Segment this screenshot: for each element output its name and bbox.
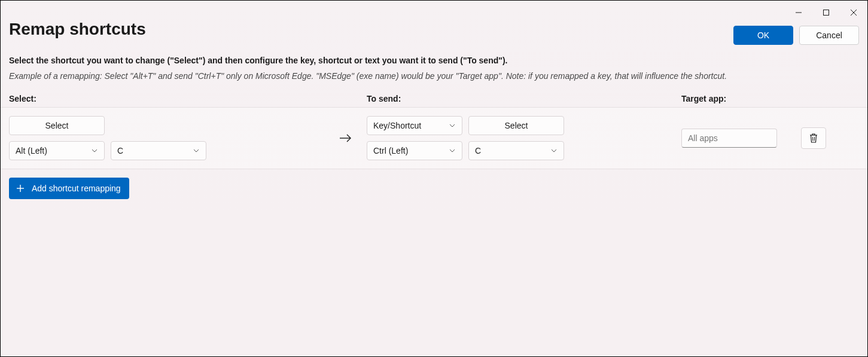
target-app-input[interactable] [681, 129, 777, 148]
maximize-button[interactable] [812, 5, 840, 20]
chevron-down-icon [550, 147, 558, 154]
select-shortcut-button[interactable]: Select [9, 116, 105, 135]
header-select: Select: [9, 94, 367, 103]
plus-icon [15, 183, 26, 194]
arrow-separator [325, 133, 367, 143]
action-buttons: OK Cancel [733, 26, 859, 45]
page-title: Remap shortcuts [9, 20, 859, 39]
instructions-text: Select the shortcut you want to change (… [9, 56, 859, 65]
select-key1-label: Alt (Left) [16, 146, 47, 155]
example-text: Example of a remapping: Select "Alt+T" a… [9, 71, 859, 81]
column-headers: Select: To send: Target app: [9, 94, 859, 107]
tosend-key2-label: C [475, 146, 481, 155]
delete-mapping-button[interactable] [801, 127, 826, 149]
tosend-key1-label: Ctrl (Left) [373, 146, 408, 155]
select-key2-dropdown[interactable]: C [111, 141, 206, 160]
close-icon [851, 10, 857, 16]
tosend-group: Key/Shortcut Select Ctrl (Left) [367, 116, 681, 160]
tosend-select-button[interactable]: Select [468, 116, 564, 135]
chevron-down-icon [91, 147, 98, 154]
maximize-icon [823, 10, 829, 16]
minimize-button[interactable] [785, 5, 812, 20]
tosend-select-label: Select [505, 121, 528, 130]
select-key1-dropdown[interactable]: Alt (Left) [9, 141, 105, 160]
header-target-app: Target app: [681, 94, 859, 103]
add-shortcut-remapping-button[interactable]: Add shortcut remapping [9, 178, 129, 199]
window-titlebar [785, 1, 867, 20]
chevron-down-icon [449, 147, 456, 154]
tosend-key1-dropdown[interactable]: Ctrl (Left) [367, 141, 462, 160]
trash-icon [809, 133, 818, 144]
select-group: Select Alt (Left) C [9, 116, 325, 160]
target-app-group [681, 127, 826, 149]
header-to-send: To send: [367, 94, 681, 103]
ok-button[interactable]: OK [733, 26, 793, 45]
svg-rect-1 [824, 10, 829, 16]
chevron-down-icon [193, 147, 200, 154]
minimize-icon [796, 10, 802, 16]
chevron-down-icon [449, 122, 456, 129]
tosend-type-dropdown[interactable]: Key/Shortcut [367, 116, 462, 135]
arrow-right-icon [339, 133, 352, 143]
close-button[interactable] [840, 5, 867, 20]
add-button-label: Add shortcut remapping [32, 184, 121, 193]
mapping-row: Select Alt (Left) C [1, 107, 867, 169]
cancel-button[interactable]: Cancel [799, 26, 859, 45]
tosend-type-label: Key/Shortcut [373, 121, 421, 130]
tosend-key2-dropdown[interactable]: C [468, 141, 564, 160]
select-button-label: Select [45, 121, 69, 130]
select-key2-label: C [117, 146, 123, 155]
